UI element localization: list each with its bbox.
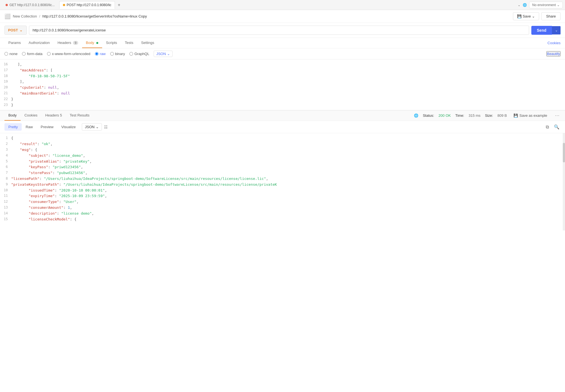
resp-line-12: 12 "consumerType": "User", xyxy=(0,199,565,205)
binary-label: binary xyxy=(115,52,125,56)
resp-line-10: 10 "issuedTime": "2020-10-10 00:00:01", xyxy=(0,188,565,193)
tab-bar: GET http://127.0.0.1:8080/lic... POST ht… xyxy=(0,0,565,10)
post-tab[interactable]: POST http://127.0.0.1:8080/lic xyxy=(59,1,115,9)
tab-settings[interactable]: Settings xyxy=(137,38,158,48)
urlencoded-option[interactable]: x-www-form-urlencoded xyxy=(47,52,90,56)
json-format-selector[interactable]: JSON ⌄ xyxy=(154,51,173,57)
resp-tab-cookies[interactable]: Cookies xyxy=(21,110,41,121)
form-data-radio[interactable] xyxy=(22,52,26,56)
response-bar: Body Cookies Headers 5 Test Results 🌐 St… xyxy=(0,110,565,121)
scrollbar-thumb[interactable] xyxy=(563,143,565,162)
resp-line-3: 3 "msg": { xyxy=(0,147,565,153)
tab-tests[interactable]: Tests xyxy=(121,38,137,48)
raw-option[interactable]: raw xyxy=(95,52,106,56)
graphql-option[interactable]: GraphQL xyxy=(129,52,149,56)
no-environment-icon: 🌐 xyxy=(523,3,527,7)
tab-bar-right: ⌄ 🌐 No environment ⌄ xyxy=(518,2,563,8)
resp-line-2: 2 "result": "ok", xyxy=(0,141,565,147)
status-value: 200 OK xyxy=(439,113,451,118)
urlencoded-radio[interactable] xyxy=(47,52,51,56)
resp-tab-body[interactable]: Body xyxy=(4,110,21,121)
resp-line-7: 7 "storePass": "pubwd123456", xyxy=(0,170,565,176)
resp-tab-test-results[interactable]: Test Results xyxy=(66,110,94,121)
filter-icon[interactable]: ☷ xyxy=(104,125,108,129)
format-pretty-button[interactable]: Pretty xyxy=(4,123,22,131)
raw-label: raw xyxy=(100,52,106,56)
format-preview-button[interactable]: Preview xyxy=(37,123,57,131)
send-button[interactable]: Send xyxy=(531,26,552,35)
save-icon: 💾 xyxy=(517,14,522,18)
save-chevron-icon: ⌄ xyxy=(532,14,535,18)
resp-line-14: 14 "description": "license demo", xyxy=(0,211,565,217)
format-visualize-button[interactable]: Visualize xyxy=(57,123,80,131)
resp-headers-badge: 5 xyxy=(60,113,62,117)
tab-body[interactable]: Body xyxy=(82,38,102,48)
response-status-bar: 🌐 Status: 200 OK Time: 315 ms Size: 809 … xyxy=(414,113,561,118)
breadcrumb-separator: / xyxy=(39,14,40,18)
globe-icon: 🌐 xyxy=(414,113,418,118)
code-line-23: 23 } xyxy=(0,102,565,108)
json-chevron-icon: ⌄ xyxy=(167,52,170,56)
graphql-radio[interactable] xyxy=(129,52,133,56)
response-json-selector[interactable]: JSON ⌄ xyxy=(82,123,102,131)
code-line-19: 19 ], xyxy=(0,79,565,85)
body-active-dot xyxy=(96,42,98,44)
form-data-option[interactable]: form-data xyxy=(22,52,43,56)
save-example-icon: 💾 xyxy=(514,113,518,118)
raw-radio[interactable] xyxy=(95,52,99,56)
url-input[interactable] xyxy=(29,26,529,35)
save-example-button[interactable]: 💾 Save as example xyxy=(511,113,549,118)
send-dropdown-button[interactable]: ⌄ xyxy=(552,26,561,34)
tab-scripts[interactable]: Scripts xyxy=(102,38,121,48)
response-code-editor[interactable]: 1 { 2 "result": "ok", 3 "msg": { 4 "subj… xyxy=(0,133,565,230)
none-option[interactable]: none xyxy=(4,52,18,56)
binary-radio[interactable] xyxy=(110,52,114,56)
save-example-label: Save as example xyxy=(519,113,547,118)
graphql-label: GraphQL xyxy=(134,52,149,56)
request-body-editor[interactable]: 16 ], 17 "macAddress": [ 18 "F0-18-98-50… xyxy=(0,59,565,110)
share-button[interactable]: Share xyxy=(541,12,561,20)
post-tab-dot xyxy=(63,4,65,6)
resp-line-11: 11 "expiryTime": "2025-10-09 23:59:59", xyxy=(0,193,565,199)
method-selector[interactable]: POST ⌄ xyxy=(4,26,27,35)
resp-line-6: 6 "keyPass": "priwd123456", xyxy=(0,164,565,170)
resp-line-15: 15 "licenseCheckModel": { xyxy=(0,217,565,222)
urlencoded-label: x-www-form-urlencoded xyxy=(52,52,90,56)
send-button-group: Send ⌄ xyxy=(531,26,561,35)
chevron-down-icon[interactable]: ⌄ xyxy=(518,3,520,7)
save-button[interactable]: 💾 Save ⌄ xyxy=(513,12,539,20)
time-label: Time: xyxy=(455,113,464,118)
collection-name[interactable]: New Collection xyxy=(13,14,37,18)
resp-line-5: 5 "privateAlias": "privateKey", xyxy=(0,159,565,165)
beautify-button[interactable]: Beautify xyxy=(546,51,561,56)
none-radio[interactable] xyxy=(4,52,8,56)
code-line-21: 21 "mainBoardSerial": null xyxy=(0,91,565,96)
add-tab-button[interactable]: + xyxy=(116,3,122,8)
resp-line-1: 1 { xyxy=(0,135,565,141)
resp-line-8: 8 "licensePath": "/Users/liuhaihua/IdeaP… xyxy=(0,176,565,182)
code-line-16: 16 ], xyxy=(0,62,565,68)
resp-line-13: 13 "consumerAmount": 1, xyxy=(0,205,565,211)
breadcrumb-bar: ⬜ New Collection / http://127.0.0.1:8080… xyxy=(0,10,565,23)
scrollbar-track[interactable] xyxy=(563,133,565,230)
breadcrumb-actions: 💾 Save ⌄ Share xyxy=(513,12,561,20)
size-label: Size: xyxy=(485,113,493,118)
status-label: Status: xyxy=(423,113,434,118)
binary-option[interactable]: binary xyxy=(110,52,125,56)
format-raw-button[interactable]: Raw xyxy=(22,123,37,131)
response-format-bar: Pretty Raw Preview Visualize JSON ⌄ ☷ ⧉ … xyxy=(0,121,565,133)
resp-tab-headers[interactable]: Headers 5 xyxy=(41,110,66,121)
environment-selector[interactable]: No environment ⌄ xyxy=(529,2,563,8)
cookies-link[interactable]: Cookies xyxy=(547,41,561,45)
get-tab-label: GET http://127.0.0.1:8080/lic... xyxy=(9,3,55,7)
tab-headers[interactable]: Headers 9 xyxy=(54,38,82,48)
search-button[interactable]: 🔍 xyxy=(553,123,561,131)
post-tab-label: POST http://127.0.0.1:8080/lic xyxy=(67,3,112,7)
tab-params[interactable]: Params xyxy=(4,38,25,48)
resp-json-label: JSON xyxy=(85,125,95,129)
format-bar-right: ⧉ 🔍 xyxy=(545,123,561,131)
get-tab[interactable]: GET http://127.0.0.1:8080/lic... xyxy=(2,1,58,9)
more-options-button[interactable]: ⋯ xyxy=(554,113,561,118)
tab-authorization[interactable]: Authorization xyxy=(25,38,54,48)
copy-button[interactable]: ⧉ xyxy=(545,123,550,131)
